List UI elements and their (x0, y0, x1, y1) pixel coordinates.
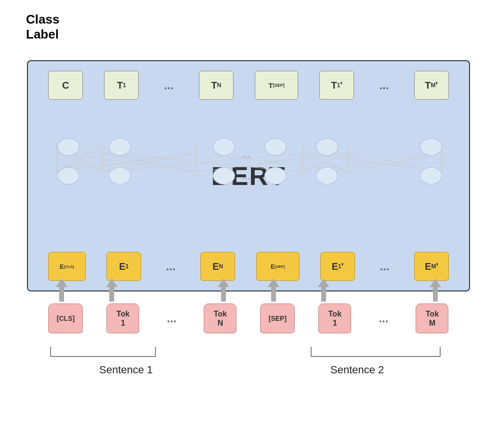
output-dots-1: ... (160, 79, 178, 92)
arrow-4 (268, 278, 279, 302)
arrow-1 (56, 278, 67, 302)
output-token-C: C (48, 71, 83, 100)
embed-CLS: E[CLS] (48, 252, 86, 281)
arrow-2 (106, 278, 118, 302)
input-words-row: [CLS] Tok1 ... TokN [SEP] Tok1 ... TokM (27, 303, 470, 333)
output-token-T1: T1 (104, 71, 139, 100)
circle-l2 (109, 167, 131, 184)
embed-E1prime: E1' (320, 252, 355, 281)
sentence1-label: Sentence 1 (99, 364, 153, 376)
arrow-head-4 (268, 278, 279, 287)
output-token-TMprime: TM' (414, 71, 449, 100)
circle-l5 (316, 167, 338, 184)
output-token-T1prime: T1' (319, 71, 354, 100)
circle-u3 (213, 138, 235, 156)
circle-l6 (420, 167, 442, 184)
word-TokM: TokM (416, 303, 448, 333)
class-label: ClassLabel (26, 12, 59, 42)
arrow-head-5 (318, 278, 329, 287)
upper-circles-row (28, 138, 471, 156)
output-dots-2: ... (376, 79, 393, 92)
circle-u6 (420, 138, 442, 156)
word-CLS: [CLS] (48, 303, 83, 333)
arrow-shaft-6 (433, 287, 438, 302)
circle-l1 (57, 167, 79, 184)
embed-dots-2: ... (376, 260, 393, 273)
bert-box: BERT (27, 60, 470, 291)
arrow-shaft-5 (321, 287, 326, 302)
embed-dots-1: ... (162, 260, 180, 273)
embed-EN: EN (200, 252, 235, 281)
circle-u5 (316, 138, 338, 156)
circle-l4 (264, 167, 287, 184)
word-SEP: [SEP] (260, 303, 295, 333)
circle-u2 (109, 138, 131, 156)
output-token-TN: TN (199, 71, 234, 100)
circle-l3 (213, 167, 235, 184)
circle-u4 (264, 138, 287, 156)
word-TokN: TokN (204, 303, 236, 333)
bracket-svg (27, 340, 470, 426)
arrow-5 (318, 278, 329, 302)
embed-ESEP: E[SEP] (256, 252, 300, 281)
lower-circles-row (28, 167, 471, 184)
word-dots-1: ... (163, 312, 180, 325)
arrow-shaft-4 (271, 287, 276, 302)
arrow-shaft-3 (221, 287, 226, 302)
word-dots-2: ... (375, 312, 392, 325)
embed-EMprime: EM' (414, 252, 449, 281)
arrow-head-3 (218, 278, 229, 287)
word-Tok1prime: Tok1 (318, 303, 351, 333)
arrow-3 (218, 278, 229, 302)
circle-u1 (57, 138, 79, 156)
arrow-head-6 (430, 278, 441, 287)
arrow-6 (430, 278, 441, 302)
output-token-TSEP: T[SEP] (255, 71, 298, 100)
word-Tok1: Tok1 (106, 303, 139, 333)
arrow-shaft-2 (109, 287, 114, 302)
arrow-head-1 (56, 278, 67, 287)
arrow-shaft-1 (59, 287, 64, 302)
arrows-row (27, 278, 470, 302)
embed-E1: E1 (106, 252, 141, 281)
arrow-head-2 (106, 278, 118, 287)
diagram-wrapper: ClassLabel BERT (17, 12, 480, 436)
sentence2-label: Sentence 2 (330, 364, 384, 376)
